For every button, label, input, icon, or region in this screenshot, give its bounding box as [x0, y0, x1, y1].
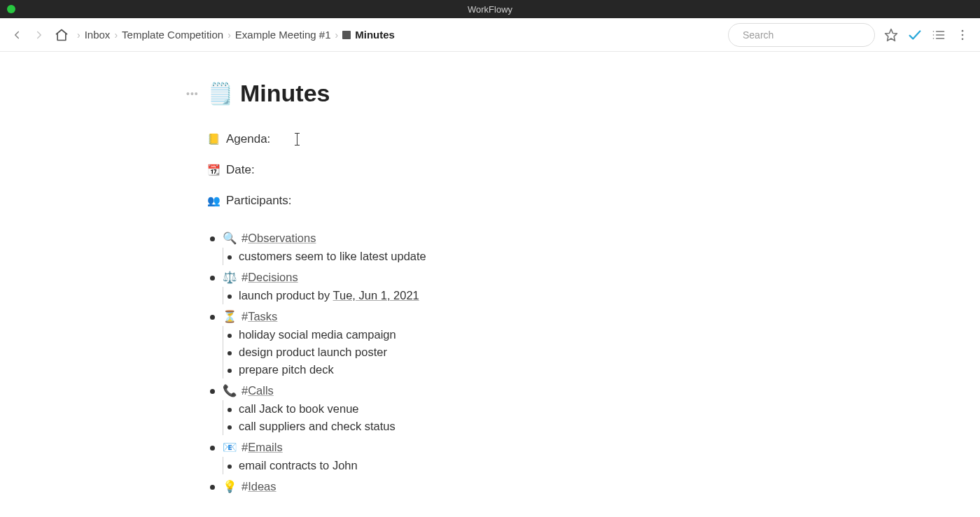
- breadcrumb-item-template-competition[interactable]: Template Competition: [122, 29, 223, 41]
- breadcrumb-item-current[interactable]: Minutes: [342, 29, 395, 41]
- date-label: Date:: [226, 163, 255, 177]
- bullet-menu-icon[interactable]: •••: [186, 88, 199, 99]
- breadcrumb-item-inbox[interactable]: Inbox: [85, 29, 111, 41]
- more-menu-button[interactable]: [955, 27, 970, 43]
- list-item[interactable]: customers seem to like latest update: [223, 248, 980, 265]
- chevron-right-icon: ›: [77, 29, 80, 41]
- section-head[interactable]: 📧#Emails: [223, 439, 980, 455]
- emails-emoji: 📧: [223, 441, 237, 454]
- svg-point-9: [962, 29, 964, 31]
- participants-label: Participants:: [226, 194, 292, 208]
- page-title[interactable]: Minutes: [240, 80, 330, 107]
- participants-row[interactable]: 👥 Participants:: [207, 194, 980, 208]
- date-emoji: 📆: [207, 164, 220, 176]
- outline: 🔍#Observationscustomers seem to like lat…: [207, 230, 980, 495]
- tag-observations[interactable]: #Observations: [241, 232, 316, 245]
- chevron-right-icon: ›: [335, 29, 339, 41]
- observations-emoji: 🔍: [223, 232, 237, 245]
- page-title-emoji: 🗒️: [207, 81, 233, 106]
- list-item[interactable]: holiday social media campaign: [223, 326, 980, 344]
- section-decisions[interactable]: ⚖️#Decisionslaunch product by Tue, Jun 1…: [207, 269, 980, 304]
- section-head[interactable]: 💡#Ideas: [223, 479, 980, 495]
- breadcrumb-current-label: Minutes: [355, 29, 395, 41]
- chevron-right-icon: ›: [227, 29, 231, 41]
- section-head[interactable]: 🔍#Observations: [223, 230, 980, 246]
- titlebar: WorkFlowy: [0, 0, 980, 18]
- date-row[interactable]: 📆 Date:: [207, 163, 980, 177]
- list-item[interactable]: launch product by Tue, Jun 1, 2021: [223, 287, 980, 304]
- tag-calls[interactable]: #Calls: [241, 384, 274, 397]
- section-head[interactable]: ⏳#Tasks: [223, 309, 980, 325]
- list-item[interactable]: call Jack to book venue: [223, 400, 980, 418]
- ideas-emoji: 💡: [223, 480, 237, 493]
- section-calls[interactable]: 📞#Callscall Jack to book venuecall suppl…: [207, 383, 980, 435]
- section-items: launch product by Tue, Jun 1, 2021: [223, 287, 980, 304]
- complete-toggle-button[interactable]: [907, 27, 923, 43]
- agenda-label: Agenda:: [226, 132, 270, 146]
- section-observations[interactable]: 🔍#Observationscustomers seem to like lat…: [207, 230, 980, 265]
- calls-emoji: 📞: [223, 384, 237, 397]
- search-box[interactable]: [728, 23, 875, 47]
- chevron-right-icon: ›: [114, 29, 118, 41]
- list-item[interactable]: design product launch poster: [223, 344, 980, 361]
- decisions-emoji: ⚖️: [223, 271, 237, 284]
- tag-tasks[interactable]: #Tasks: [241, 310, 277, 323]
- section-emails[interactable]: 📧#Emailsemail contracts to John: [207, 439, 980, 474]
- search-input[interactable]: [743, 29, 865, 41]
- svg-point-10: [962, 34, 964, 36]
- section-items: email contracts to John: [223, 457, 980, 474]
- section-head[interactable]: 📞#Calls: [223, 383, 980, 399]
- list-item[interactable]: call suppliers and check status: [223, 418, 980, 435]
- text-cursor: [297, 133, 298, 146]
- section-ideas[interactable]: 💡#Ideas: [207, 479, 980, 495]
- traffic-light-green[interactable]: [7, 5, 15, 13]
- tag-decisions[interactable]: #Decisions: [241, 271, 298, 284]
- document-content: ••• 🗒️ Minutes 📒 Agenda: 📆 Date: 👥 Parti…: [0, 52, 980, 495]
- agenda-emoji: 📒: [207, 133, 220, 146]
- toolbar: › Inbox › Template Competition › Example…: [0, 18, 980, 52]
- section-head[interactable]: ⚖️#Decisions: [223, 269, 980, 285]
- tasks-emoji: ⏳: [223, 310, 237, 323]
- list-item[interactable]: email contracts to John: [223, 457, 980, 474]
- svg-point-11: [962, 38, 964, 40]
- window-controls: [7, 5, 15, 13]
- nav-back-button[interactable]: [10, 28, 24, 42]
- tag-emails[interactable]: #Emails: [241, 441, 283, 454]
- agenda-row[interactable]: 📒 Agenda:: [207, 132, 980, 146]
- section-items: holiday social media campaigndesign prod…: [223, 326, 980, 378]
- list-view-button[interactable]: [931, 27, 946, 43]
- star-button[interactable]: [883, 27, 899, 43]
- inline-date[interactable]: Tue, Jun 1, 2021: [333, 289, 419, 302]
- list-item[interactable]: prepare pitch deck: [223, 361, 980, 378]
- nav-forward-button[interactable]: [32, 28, 46, 42]
- breadcrumb-item-example-meeting[interactable]: Example Meeting #1: [235, 29, 331, 41]
- section-tasks[interactable]: ⏳#Tasksholiday social media campaigndesi…: [207, 309, 980, 378]
- section-items: call Jack to book venuecall suppliers an…: [223, 400, 980, 435]
- participants-emoji: 👥: [207, 194, 220, 207]
- breadcrumb: › Inbox › Template Competition › Example…: [77, 29, 395, 41]
- app-title: WorkFlowy: [468, 4, 512, 15]
- page-title-row[interactable]: ••• 🗒️ Minutes: [207, 80, 980, 107]
- svg-marker-2: [886, 29, 897, 41]
- section-items: customers seem to like latest update: [223, 248, 980, 265]
- tag-ideas[interactable]: #Ideas: [241, 480, 276, 493]
- home-button[interactable]: [55, 28, 69, 42]
- note-icon: [342, 31, 351, 39]
